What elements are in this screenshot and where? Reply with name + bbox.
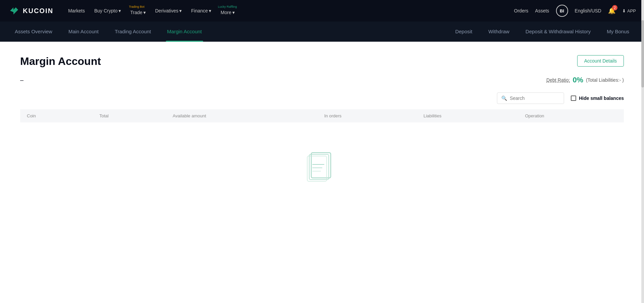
col-total: Total <box>93 109 166 122</box>
table-header: CoinTotalAvailable amountIn ordersLiabil… <box>20 109 624 122</box>
empty-state-icon <box>305 149 339 186</box>
page-title: Margin Account <box>20 55 101 68</box>
scrollbar[interactable] <box>641 0 644 303</box>
svg-rect-1 <box>309 154 329 180</box>
trading-bot-badge: Trading Bot <box>129 5 144 8</box>
notification-count: 2 <box>612 5 617 10</box>
download-icon: ⬇ <box>622 8 626 13</box>
subnav-assets-overview[interactable]: Assets Overview <box>13 22 54 42</box>
nav-item-derivatives[interactable]: Derivatives ▾ <box>151 5 186 16</box>
nav-links: Markets Buy Crypto ▾ Trading Bot Trade ▾… <box>64 4 514 18</box>
subnav-margin-account[interactable]: Margin Account <box>166 22 203 42</box>
assets-link[interactable]: Assets <box>535 8 549 13</box>
search-icon: 🔍 <box>501 96 507 101</box>
nav-item-finance[interactable]: Finance ▾ <box>187 5 215 16</box>
empty-state <box>20 122 624 200</box>
col-coin: Coin <box>20 109 93 122</box>
margin-account-table: CoinTotalAvailable amountIn ordersLiabil… <box>20 109 624 122</box>
search-filter-row: 🔍 Hide small balances <box>20 92 624 104</box>
logo-text: KUCOIN <box>23 7 53 15</box>
avatar[interactable]: BI <box>556 5 568 17</box>
main-content: Margin Account Account Details – Debt Ra… <box>0 42 644 303</box>
table-header-row: CoinTotalAvailable amountIn ordersLiabil… <box>20 109 624 122</box>
page-header: Margin Account Account Details <box>20 55 624 68</box>
col-in-orders: In orders <box>318 109 417 122</box>
balance-placeholder: – <box>20 77 24 84</box>
app-download-button[interactable]: ⬇ APP <box>622 8 636 13</box>
hide-balances-label: Hide small balances <box>579 96 624 101</box>
sub-navigation: Assets Overview Main Account Trading Acc… <box>0 22 644 42</box>
notification-bell[interactable]: 🔔 2 <box>608 7 615 14</box>
account-details-button[interactable]: Account Details <box>577 55 624 67</box>
scrollbar-thumb[interactable] <box>641 20 644 87</box>
svg-rect-0 <box>311 153 331 178</box>
locale-selector[interactable]: English/USD <box>575 8 601 13</box>
lucky-raffling-badge: Lucky Raffling <box>218 5 237 8</box>
debt-info: Debt Ratio: 0% (Total Liabilities:- ) <box>546 76 624 84</box>
subnav-trading-account[interactable]: Trading Account <box>113 22 152 42</box>
kucoin-logo-icon <box>8 5 20 17</box>
top-navigation: KUCOIN Markets Buy Crypto ▾ Trading Bot … <box>0 0 644 22</box>
subnav-deposit[interactable]: Deposit <box>454 22 474 42</box>
subnav-my-bonus[interactable]: My Bonus <box>605 22 631 42</box>
search-box[interactable]: 🔍 <box>497 92 564 104</box>
nav-item-buy-crypto[interactable]: Buy Crypto ▾ <box>90 5 125 16</box>
subnav-withdraw[interactable]: Withdraw <box>487 22 511 42</box>
hide-balances-checkbox[interactable] <box>571 96 576 101</box>
subnav-deposit-withdrawal-history[interactable]: Deposit & Withdrawal History <box>524 22 592 42</box>
nav-item-trade[interactable]: Trading Bot Trade ▾ <box>126 4 150 18</box>
subnav-main-account[interactable]: Main Account <box>67 22 100 42</box>
debt-total-liabilities: (Total Liabilities:- ) <box>586 77 624 83</box>
logo-area[interactable]: KUCOIN <box>8 5 53 17</box>
hide-small-balances-toggle[interactable]: Hide small balances <box>571 96 624 101</box>
nav-item-more[interactable]: Lucky Raffling More ▾ <box>217 4 239 18</box>
col-liabilities: Liabilities <box>417 109 518 122</box>
search-input[interactable] <box>510 96 560 101</box>
nav-item-markets[interactable]: Markets <box>64 5 89 16</box>
orders-link[interactable]: Orders <box>514 8 528 13</box>
col-available-amount: Available amount <box>166 109 317 122</box>
col-operation: Operation <box>518 109 624 122</box>
nav-right: Orders Assets BI English/USD 🔔 2 ⬇ APP <box>514 5 636 17</box>
debt-ratio-label: Debt Ratio: <box>546 77 570 83</box>
debt-ratio-row: – Debt Ratio: 0% (Total Liabilities:- ) <box>20 76 624 84</box>
debt-ratio-value: 0% <box>572 76 583 84</box>
